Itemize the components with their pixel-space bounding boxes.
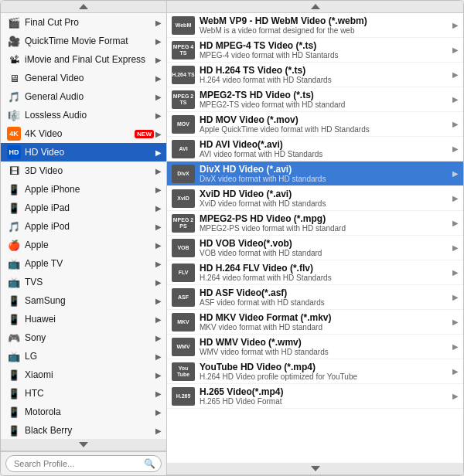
- item-icon-huawei: 📱: [7, 312, 21, 326]
- right-item-h264-ts[interactable]: H.264 TSHD H.264 TS Video (*.ts)H.264 vi…: [167, 63, 463, 87]
- left-item-label-apple-ipod: Apple iPod: [25, 221, 154, 232]
- thumb-xvid: XviD: [172, 189, 195, 208]
- right-item-wmv[interactable]: WMVHD WMV Video (*.wmv)WMV video format …: [167, 335, 463, 359]
- right-item-divx[interactable]: DivXDivX HD Video (*.avi)DivX video form…: [167, 162, 463, 186]
- left-item-apple-iphone[interactable]: 📱Apple iPhone▶: [1, 180, 166, 199]
- left-item-lg[interactable]: 📺LG▶: [1, 347, 166, 366]
- thumb-mkv: MKV: [172, 313, 195, 332]
- thumb-webm: WebM: [172, 16, 195, 35]
- right-item-avi[interactable]: AVIHD AVI Video(*.avi)AVI video format w…: [167, 137, 463, 162]
- left-panel: 🎬Final Cut Pro▶🎥QuickTime Movie Format▶📽…: [1, 1, 167, 475]
- item-icon-htc: 📱: [7, 386, 21, 400]
- item-icon-apple: 🍎: [7, 238, 21, 252]
- right-item-asf[interactable]: ASFHD ASF Video(*.asf)ASF video format w…: [167, 285, 463, 310]
- left-item-hd-video[interactable]: HDHD Video▶: [1, 143, 166, 162]
- left-item-label-htc: HTC: [25, 388, 154, 399]
- arrow-icon-samsung: ▶: [155, 297, 162, 305]
- left-item-3d-video[interactable]: 🎞3D Video▶: [1, 162, 166, 180]
- arrow-icon-motorola: ▶: [155, 408, 162, 416]
- left-panel-down-button[interactable]: [1, 439, 166, 451]
- arrow-icon-xvid: ▶: [452, 194, 459, 202]
- right-item-subtitle-vob: VOB video format with HD standard: [200, 249, 450, 257]
- left-item-4k-video[interactable]: 4K4K VideoNEW▶: [1, 124, 166, 143]
- arrow-icon-hd-video: ▶: [155, 148, 162, 157]
- arrow-icon-imovie: ▶: [155, 56, 162, 64]
- item-icon-imovie: 📽: [7, 53, 21, 66]
- right-item-xvid[interactable]: XviDXviD HD Video (*.avi)XviD video form…: [167, 186, 463, 211]
- left-item-label-apple: Apple: [25, 240, 154, 250]
- right-item-title-mkv: HD MKV Video Format (*.mkv): [200, 312, 450, 323]
- right-item-title-h265: H.265 Video(*.mp4): [200, 386, 450, 397]
- right-item-subtitle-mpeg2-ps: MPEG2-PS video format with HD standard: [200, 224, 450, 233]
- item-icon-blackberry: 📱: [7, 423, 21, 437]
- left-item-label-general-video: General Video: [25, 73, 154, 83]
- right-item-mov[interactable]: MOVHD MOV Video (*.mov)Apple QuickTime v…: [167, 112, 463, 137]
- left-item-quicktime[interactable]: 🎥QuickTime Movie Format▶: [1, 32, 166, 50]
- thumb-h264-ts: H.264 TS: [172, 66, 195, 84]
- right-item-title-mpeg2-ts: MPEG2-TS HD Video (*.ts): [200, 90, 450, 100]
- left-item-label-quicktime: QuickTime Movie Format: [25, 36, 154, 46]
- item-icon-motorola: 📱: [7, 405, 21, 419]
- left-item-samsung[interactable]: 📱SamSung▶: [1, 291, 166, 310]
- left-item-xiaomi[interactable]: 📱Xiaomi▶: [1, 366, 166, 384]
- right-item-mkv[interactable]: MKVHD MKV Video Format (*.mkv)MKV video …: [167, 310, 463, 335]
- search-input[interactable]: [5, 455, 162, 472]
- left-item-apple-ipod[interactable]: 🎵Apple iPod▶: [1, 217, 166, 236]
- left-item-apple-ipad[interactable]: 📱Apple iPad▶: [1, 199, 166, 217]
- right-item-mpeg4-ts[interactable]: MPEG 4 TSHD MPEG-4 TS Video (*.ts)MPEG-4…: [167, 38, 463, 63]
- left-item-general-audio[interactable]: 🎵General Audio▶: [1, 87, 166, 106]
- left-item-label-3d-video: 3D Video: [25, 165, 154, 176]
- left-item-sony[interactable]: 🎮Sony▶: [1, 328, 166, 347]
- left-item-htc[interactable]: 📱HTC▶: [1, 384, 166, 403]
- item-icon-final-cut-pro: 🎬: [7, 15, 21, 29]
- left-item-general-video[interactable]: 🖥General Video▶: [1, 69, 166, 87]
- item-icon-sony: 🎮: [7, 331, 21, 345]
- right-item-subtitle-youtube: H.264 HD Video profile optimized for You…: [200, 372, 450, 381]
- thumb-wmv: WMV: [172, 338, 195, 356]
- arrow-icon-lg: ▶: [155, 352, 162, 361]
- right-item-webm[interactable]: WebMWebM VP9 - HD WebM Video (*.webm)Web…: [167, 13, 463, 38]
- left-item-label-hd-video: HD Video: [25, 147, 154, 158]
- right-item-subtitle-mpeg4-ts: MPEG-4 video format with HD Stantards: [200, 51, 450, 60]
- chevron-down-icon: [79, 442, 88, 447]
- thumb-flv: FLV: [172, 264, 195, 282]
- left-item-final-cut-pro[interactable]: 🎬Final Cut Pro▶: [1, 13, 166, 32]
- right-item-mpeg2-ps[interactable]: MPEG 2 PSMPEG2-PS HD Video (*.mpg)MPEG2-…: [167, 211, 463, 236]
- left-item-blackberry[interactable]: 📱Black Berry▶: [1, 421, 166, 439]
- left-item-label-samsung: SamSung: [25, 295, 154, 306]
- right-item-flv[interactable]: FLVHD H.264 FLV Video (*.flv)H.264 video…: [167, 260, 463, 285]
- arrow-icon-mpeg2-ps: ▶: [452, 219, 459, 227]
- left-item-label-final-cut-pro: Final Cut Pro: [25, 17, 154, 28]
- item-icon-apple-tv: 📺: [7, 257, 21, 270]
- right-item-vob[interactable]: VOBHD VOB Video(*.vob)VOB video format w…: [167, 236, 463, 260]
- left-item-imovie[interactable]: 📽iMovie and Final Cut Express▶: [1, 50, 166, 69]
- left-item-tvs[interactable]: 📺TVS▶: [1, 273, 166, 291]
- right-item-title-youtube: YouTube HD Video (*.mp4): [200, 362, 450, 372]
- left-item-label-motorola: Motorola: [25, 406, 154, 417]
- arrow-icon-final-cut-pro: ▶: [155, 19, 162, 27]
- thumb-vob: VOB: [172, 239, 195, 257]
- thumb-youtube: You Tube: [172, 362, 195, 381]
- arrow-icon-apple: ▶: [155, 241, 162, 250]
- right-item-title-xvid: XviD HD Video (*.avi): [200, 189, 450, 199]
- right-item-subtitle-avi: AVI video format with HD Standards: [200, 150, 450, 158]
- arrow-icon-h264-ts: ▶: [452, 70, 459, 79]
- left-item-lossless-audio[interactable]: 🎼Lossless Audio▶: [1, 106, 166, 124]
- left-item-label-imovie: iMovie and Final Cut Express: [25, 54, 154, 65]
- arrow-icon-youtube: ▶: [452, 367, 459, 376]
- left-item-label-sony: Sony: [25, 332, 154, 343]
- arrow-icon-3d-video: ▶: [155, 167, 162, 175]
- arrow-icon-mov: ▶: [452, 120, 459, 128]
- left-item-apple[interactable]: 🍎Apple▶: [1, 236, 166, 254]
- item-icon-samsung: 📱: [7, 294, 21, 308]
- left-item-huawei[interactable]: 📱Huawei▶: [1, 310, 166, 328]
- right-item-youtube[interactable]: You TubeYouTube HD Video (*.mp4)H.264 HD…: [167, 359, 463, 384]
- left-item-apple-tv[interactable]: 📺Apple TV▶: [1, 254, 166, 273]
- right-panel-down-button[interactable]: [167, 463, 463, 475]
- right-item-h265[interactable]: H.265H.265 Video(*.mp4)H.265 HD Video Fo…: [167, 384, 463, 409]
- right-panel-up-button[interactable]: [167, 1, 463, 13]
- right-item-mpeg2-ts[interactable]: MPEG 2 TSMPEG2-TS HD Video (*.ts)MPEG2-T…: [167, 87, 463, 112]
- left-panel-up-button[interactable]: [1, 1, 166, 13]
- left-item-motorola[interactable]: 📱Motorola▶: [1, 403, 166, 421]
- right-item-subtitle-webm: WebM is a video format designed for the …: [200, 26, 450, 35]
